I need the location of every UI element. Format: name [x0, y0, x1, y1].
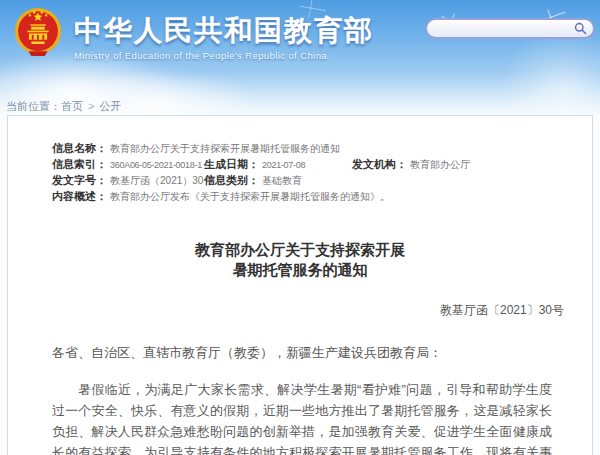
- document-title-line2: 暑期托管服务的通知: [8, 260, 592, 280]
- content-panel: 信息名称： 教育部办公厅关于支持探索开展暑期托管服务的通知 信息索引： 360A…: [7, 115, 593, 455]
- document-metadata: 信息名称： 教育部办公厅关于支持探索开展暑期托管服务的通知 信息索引： 360A…: [8, 116, 592, 204]
- dandelion-decoration: [498, 28, 600, 115]
- meta-row-summary: 内容概述： 教育部办公厅发布《关于支持探索开展暑期托管服务的通知》。: [52, 188, 592, 204]
- meta-row-index: 信息索引： 360A06-05-2021-0018-1 生成日期： 2021-0…: [52, 156, 592, 172]
- breadcrumb-home-link[interactable]: 首页: [61, 100, 83, 112]
- meta-date-value: 2021-07-08: [262, 160, 305, 170]
- document-body-paragraph: 暑假临近，为满足广大家长需求、解决学生暑期“看护难”问题，引导和帮助学生度过一个…: [8, 379, 592, 455]
- meta-date-label: 生成日期：: [204, 158, 259, 170]
- meta-summary-label: 内容概述：: [52, 190, 107, 202]
- dandelion-seed-decoration: [300, 6, 326, 11]
- breadcrumb-current-link[interactable]: 公开: [99, 100, 121, 112]
- site-title: 中华人民共和国教育部: [74, 14, 374, 48]
- breadcrumb-separator: >: [88, 100, 94, 112]
- meta-docno-value: 教基厅函（2021）30号: [110, 175, 213, 186]
- site-logo[interactable]: 中华人民共和国教育部 Ministry of Education of the …: [74, 14, 374, 61]
- meta-index-value: 360A06-05-2021-0018-1: [110, 160, 202, 170]
- meta-name-value: 教育部办公厅关于支持探索开展暑期托管服务的通知: [110, 143, 340, 154]
- meta-docno-label: 发文字号：: [52, 174, 107, 186]
- document-title: 教育部办公厅关于支持探索开展 暑期托管服务的通知: [8, 240, 592, 280]
- meta-summary-value: 教育部办公厅发布《关于支持探索开展暑期托管服务的通知》。: [110, 191, 390, 202]
- breadcrumb-prefix: 当前位置：: [6, 100, 61, 112]
- meta-row-name: 信息名称： 教育部办公厅关于支持探索开展暑期托管服务的通知: [52, 140, 592, 156]
- meta-org-value: 教育部办公厅: [410, 159, 470, 170]
- site-subtitle: Ministry of Education of the People's Re…: [74, 50, 374, 61]
- header-banner: 中华人民共和国教育部 Ministry of Education of the …: [0, 0, 600, 115]
- national-emblem-icon[interactable]: [14, 7, 62, 58]
- meta-index-label: 信息索引：: [52, 158, 107, 170]
- search-input[interactable]: [427, 21, 574, 37]
- document-title-line1: 教育部办公厅关于支持探索开展: [8, 240, 592, 260]
- search-icon[interactable]: [574, 22, 587, 35]
- meta-category-value: 基础教育: [262, 175, 302, 186]
- meta-name-label: 信息名称：: [52, 142, 107, 154]
- meta-org-label: 发文机构：: [352, 158, 407, 170]
- breadcrumb: 当前位置：首页>公开: [6, 99, 121, 114]
- meta-category-label: 信息类别：: [204, 174, 259, 186]
- search-box[interactable]: [425, 18, 595, 39]
- document-number: 教基厅函〔2021〕30号: [8, 302, 592, 319]
- meta-row-docno: 发文字号： 教基厅函（2021）30号 信息类别： 基础教育: [52, 172, 592, 188]
- document-salutation: 各省、自治区、直辖市教育厅（教委），新疆生产建设兵团教育局：: [8, 343, 592, 363]
